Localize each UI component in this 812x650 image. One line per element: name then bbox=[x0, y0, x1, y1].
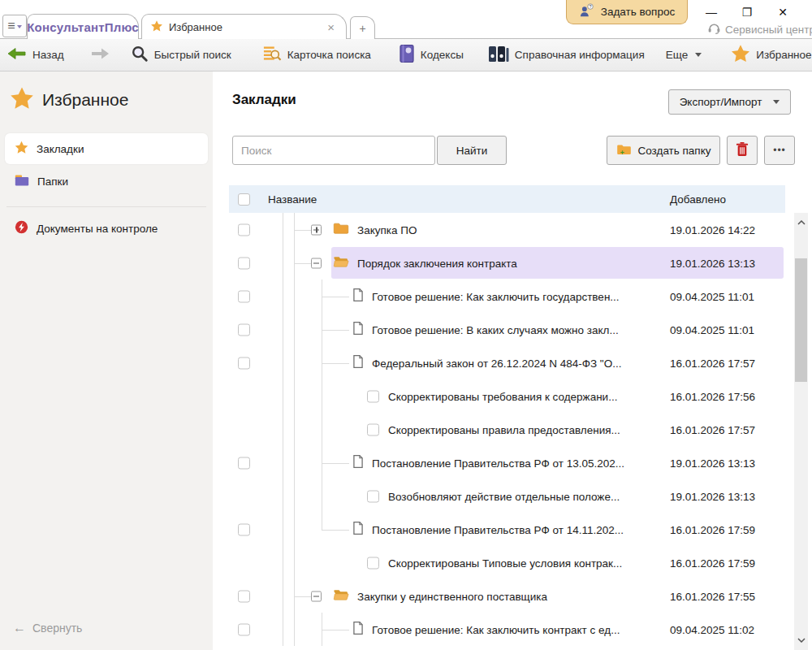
row-checkbox[interactable] bbox=[238, 257, 250, 269]
close-tab-icon[interactable]: × bbox=[324, 20, 338, 34]
expand-toggle[interactable] bbox=[311, 224, 322, 235]
tree-row[interactable]: Скорректированы требования к содержани..… bbox=[229, 379, 785, 413]
row-date: 16.01.2026 17:56 bbox=[670, 390, 755, 402]
search-input[interactable] bbox=[232, 136, 435, 165]
more-menu-button[interactable]: Еще bbox=[666, 49, 702, 61]
row-date: 16.01.2026 17:59 bbox=[670, 557, 755, 569]
scroll-up-icon[interactable] bbox=[794, 214, 808, 231]
select-all-checkbox[interactable] bbox=[238, 193, 250, 206]
folder-icon bbox=[333, 221, 349, 238]
brand-logo: КонсультантПлюс bbox=[27, 20, 139, 34]
tree-connector bbox=[322, 363, 349, 364]
tree-guide-line bbox=[294, 613, 295, 646]
new-tab-button[interactable]: + bbox=[350, 16, 375, 40]
tree-row[interactable]: Постановление Правительства РФ от 13.05.… bbox=[229, 446, 785, 479]
home-tab[interactable]: КонсультантПлюс bbox=[27, 14, 139, 40]
sidebar-item-docs-on-control[interactable]: Документы на контроле bbox=[5, 213, 208, 244]
svg-text:?: ? bbox=[589, 4, 591, 9]
sidebar-item-bookmarks[interactable]: Закладки bbox=[5, 133, 208, 164]
vertical-scrollbar[interactable] bbox=[794, 213, 808, 650]
folder-plus-icon: + bbox=[616, 143, 632, 158]
tree-guide-line bbox=[294, 546, 295, 579]
main-menu-button[interactable]: ≡ bbox=[2, 15, 27, 37]
row-checkbox[interactable] bbox=[238, 457, 250, 469]
row-label: Возобновляют действие отдельные положе..… bbox=[388, 490, 620, 502]
document-icon bbox=[352, 288, 364, 305]
expand-toggle[interactable] bbox=[311, 591, 322, 601]
ask-question-button[interactable]: ? Задать вопрос bbox=[566, 0, 688, 24]
row-label: Скорректированы правила предоставления..… bbox=[388, 423, 620, 436]
tree-row[interactable]: Готовое решение: Как заключить контракт … bbox=[229, 613, 785, 646]
tree-connector bbox=[294, 596, 311, 597]
tree-connector bbox=[322, 330, 349, 331]
lightning-badge-icon bbox=[15, 220, 28, 236]
tree-row[interactable]: Федеральный закон от 26.12.2024 N 484-ФЗ… bbox=[229, 346, 785, 379]
codes-button[interactable]: Кодексы bbox=[399, 44, 464, 66]
expand-toggle[interactable] bbox=[311, 258, 322, 268]
tree-row[interactable]: Постановление Правительства РФ от 14.11.… bbox=[229, 513, 785, 546]
bookmark-checkbox[interactable] bbox=[367, 557, 379, 569]
tree-row[interactable]: Закупки у единственного поставщика16.01.… bbox=[229, 579, 785, 613]
delete-button[interactable] bbox=[727, 136, 758, 165]
row-date: 09.04.2025 11:01 bbox=[670, 323, 754, 336]
forward-button[interactable] bbox=[90, 46, 110, 64]
bookmark-checkbox[interactable] bbox=[367, 390, 379, 402]
row-checkbox[interactable] bbox=[238, 290, 250, 302]
sidebar-title-label: Избранное bbox=[42, 90, 128, 110]
tree-row[interactable]: Возобновляют действие отдельные положе..… bbox=[229, 479, 785, 513]
scrollbar-thumb[interactable] bbox=[795, 258, 807, 382]
headset-icon bbox=[707, 22, 721, 37]
create-folder-button[interactable]: + Создать папку bbox=[607, 136, 720, 165]
row-checkbox[interactable] bbox=[238, 590, 250, 602]
tree-row[interactable]: Готовое решение: Как заключить государст… bbox=[229, 280, 785, 313]
tree-connector bbox=[322, 530, 349, 531]
scroll-down-icon[interactable] bbox=[794, 632, 808, 648]
reference-info-label: Справочная информация bbox=[515, 49, 645, 61]
chevron-down-icon bbox=[17, 25, 22, 28]
export-import-button[interactable]: Экспорт/Импорт bbox=[668, 89, 791, 115]
favorites-button[interactable]: Избранное bbox=[731, 44, 811, 66]
row-label: Готовое решение: В каких случаях можно з… bbox=[372, 323, 619, 336]
tree-row[interactable]: Закупка ПО19.01.2026 14:22 bbox=[229, 213, 785, 246]
bookmark-checkbox[interactable] bbox=[367, 490, 379, 502]
reference-info-button[interactable]: Справочная информация bbox=[488, 44, 645, 66]
maximize-icon[interactable]: ❐ bbox=[729, 2, 765, 23]
back-button[interactable]: Назад bbox=[7, 46, 64, 64]
tree-guide-line bbox=[322, 379, 322, 413]
column-added: Добавлено bbox=[670, 193, 726, 206]
row-label: Постановление Правительства РФ от 13.05.… bbox=[372, 457, 624, 469]
tree-guide-line bbox=[283, 446, 283, 479]
row-checkbox[interactable] bbox=[238, 357, 250, 369]
tree-row[interactable]: Порядок заключения контракта19.01.2026 1… bbox=[229, 246, 785, 280]
tree-guide-line bbox=[294, 379, 295, 413]
document-icon bbox=[352, 454, 364, 471]
tree-row[interactable]: Готовое решение: В каких случаях можно з… bbox=[229, 313, 785, 346]
service-center-link[interactable]: Сервисный центр bbox=[707, 22, 812, 37]
tree-guide-line bbox=[322, 513, 322, 530]
tab-favorites[interactable]: Избранное × bbox=[141, 14, 347, 40]
export-import-label: Экспорт/Импорт bbox=[680, 96, 762, 108]
find-button[interactable]: Найти bbox=[437, 136, 507, 165]
row-label: Готовое решение: Как заключить государст… bbox=[372, 290, 620, 302]
card-search-icon bbox=[262, 45, 282, 65]
document-icon bbox=[352, 321, 364, 338]
binders-icon bbox=[488, 44, 509, 66]
folder-icon bbox=[333, 587, 349, 604]
chevron-down-icon bbox=[773, 100, 780, 104]
search-card-button[interactable]: Карточка поиска bbox=[262, 45, 371, 65]
sidebar-item-folders[interactable]: Папки bbox=[5, 166, 208, 197]
tree-connector bbox=[322, 463, 349, 464]
minimize-icon[interactable]: — bbox=[693, 2, 729, 23]
more-actions-button[interactable]: ••• bbox=[764, 136, 795, 165]
tree-row[interactable]: Скорректированы правила предоставления..… bbox=[229, 413, 785, 446]
tree-connector bbox=[322, 297, 349, 297]
bookmark-checkbox[interactable] bbox=[367, 423, 379, 436]
tree-row[interactable]: Скорректированы Типовые условия контрак.… bbox=[229, 546, 785, 579]
row-checkbox[interactable] bbox=[238, 623, 250, 635]
close-icon[interactable]: ✕ bbox=[765, 2, 801, 23]
collapse-sidebar-button[interactable]: ← Свернуть bbox=[13, 621, 82, 635]
row-checkbox[interactable] bbox=[238, 523, 250, 535]
row-checkbox[interactable] bbox=[238, 323, 250, 336]
quick-search-button[interactable]: Быстрый поиск bbox=[131, 45, 231, 65]
row-checkbox[interactable] bbox=[238, 223, 250, 236]
